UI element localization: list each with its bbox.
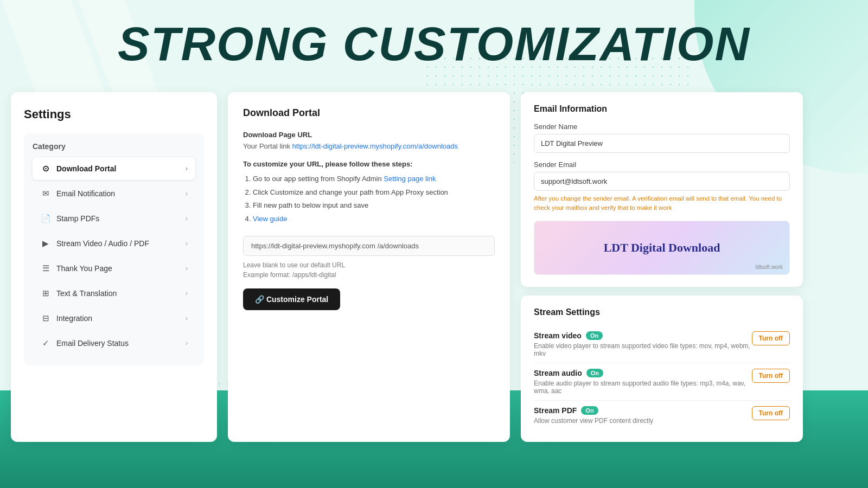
email-notification-icon: ✉ [40, 188, 51, 199]
stream-pdf-item: Stream PDF On Allow customer view PDF co… [534, 401, 790, 430]
chevron-right-icon: › [186, 265, 188, 272]
sender-name-input[interactable] [534, 134, 790, 153]
sidebar-item-stream-video[interactable]: ▶ Stream Video / Audio / PDF › [33, 232, 195, 255]
sidebar-item-label: Email Notification [56, 189, 115, 198]
sender-email-input[interactable] [534, 172, 790, 191]
stream-settings-card: Stream Settings Stream video On Enable v… [521, 296, 803, 442]
setting-page-link[interactable]: Setting page link [384, 175, 436, 183]
chevron-right-icon: › [186, 165, 188, 172]
sidebar-item-integration[interactable]: ⊟ Integration › [33, 307, 195, 330]
sidebar-item-email-notification[interactable]: ✉ Email Notification › [33, 182, 195, 205]
stream-audio-item: Stream audio On Enable audio player to s… [534, 363, 790, 401]
chevron-right-icon: › [186, 190, 188, 197]
url-hint-1: Leave blank to use our default URL [243, 261, 495, 269]
download-portal-panel: Download Portal Download Page URL Your P… [228, 92, 510, 442]
portal-link-anchor[interactable]: https://ldt-digital-preview.myshopify.co… [292, 142, 458, 150]
view-guide-link[interactable]: View guide [253, 215, 287, 223]
text-translation-icon: ⊞ [40, 288, 51, 299]
chevron-right-icon: › [186, 240, 188, 247]
hero-title: STRONG CUSTOMIZATION [0, 16, 868, 72]
email-info-card: Email Information Sender Name Sender Ema… [521, 92, 803, 287]
sender-name-group: Sender Name [534, 123, 790, 153]
sidebar-item-stamp-pdfs[interactable]: 📄 Stamp PDFs › [33, 207, 195, 230]
category-label: Category [33, 142, 195, 151]
settings-panel: Settings Category ⊙ Download Portal › ✉ … [11, 92, 217, 442]
stream-pdf-name: Stream PDF [534, 406, 577, 415]
download-portal-icon: ⊙ [40, 163, 51, 174]
sidebar-item-label: Download Portal [56, 164, 116, 173]
chevron-right-icon: › [186, 339, 188, 347]
step-2: Click Customize and change your path fro… [253, 186, 495, 200]
sender-email-label: Sender Email [534, 160, 790, 169]
email-info-title: Email Information [534, 104, 790, 114]
customize-portal-button[interactable]: 🔗 Customize Portal [243, 288, 340, 310]
sidebar-item-label: Stream Video / Audio / PDF [56, 239, 149, 248]
chevron-right-icon: › [186, 215, 188, 222]
content-title: Download Portal [243, 107, 495, 119]
thank-you-page-icon: ☰ [40, 263, 51, 274]
stream-pdf-turn-off-button[interactable]: Turn off [752, 406, 790, 420]
sidebar-item-label: Text & Translation [56, 289, 117, 298]
sidebar-item-label: Email Delivery Status [56, 339, 129, 348]
settings-title: Settings [24, 107, 204, 121]
sender-email-group: Sender Email After you change the sender… [534, 160, 790, 213]
stream-video-status: On [586, 331, 603, 340]
chevron-right-icon: › [186, 314, 188, 322]
main-layout: Settings Category ⊙ Download Portal › ✉ … [11, 92, 857, 442]
portal-link-text: Your Portal link https://ldt-digital-pre… [243, 142, 495, 150]
step-1: Go to our app setting from Shopify Admin… [253, 172, 495, 186]
email-banner-text: LDT Digital Download [604, 241, 720, 255]
stream-pdf-status: On [581, 406, 598, 415]
sidebar-item-label: Thank You Page [56, 264, 112, 273]
steps-list: Go to our app setting from Shopify Admin… [243, 172, 495, 226]
sidebar-item-email-delivery-status[interactable]: ✓ Email Delivery Status › [33, 332, 195, 355]
stream-audio-status: On [586, 369, 603, 377]
sidebar-item-text-translation[interactable]: ⊞ Text & Translation › [33, 282, 195, 305]
sidebar-item-thank-you-page[interactable]: ☰ Thank You Page › [33, 257, 195, 280]
url-input[interactable]: https://ldt-digital-preview.myshopify.co… [243, 236, 495, 256]
url-hint-2: Example format: /apps/ldt-digital [243, 271, 495, 279]
right-panels: Email Information Sender Name Sender Ema… [521, 92, 803, 442]
stamp-pdfs-icon: 📄 [40, 213, 51, 224]
url-section-heading: Download Page URL [243, 131, 495, 139]
sidebar-item-download-portal[interactable]: ⊙ Download Portal › [33, 157, 195, 180]
stream-audio-turn-off-button[interactable]: Turn off [752, 369, 790, 383]
stream-audio-name: Stream audio [534, 369, 582, 377]
stream-video-name: Stream video [534, 331, 582, 340]
sender-name-label: Sender Name [534, 123, 790, 131]
email-banner-sub: ldtsoft.work [755, 264, 783, 270]
step-3: Fill new path to below input and save [253, 199, 495, 213]
chevron-right-icon: › [186, 290, 188, 297]
stream-settings-title: Stream Settings [534, 307, 790, 317]
email-banner: LDT Digital Download ldtsoft.work [534, 221, 790, 275]
customize-steps-heading: To customize your URL, please follow the… [243, 160, 495, 168]
stream-pdf-desc: Allow customer view PDF content directly [534, 417, 653, 425]
sidebar-item-label: Stamp PDFs [56, 214, 99, 223]
stream-video-turn-off-button[interactable]: Turn off [752, 331, 790, 345]
category-box: Category ⊙ Download Portal › ✉ Email Not… [24, 133, 204, 365]
integration-icon: ⊟ [40, 313, 51, 324]
sidebar-item-label: Integration [56, 314, 92, 323]
stream-video-item: Stream video On Enable video player to s… [534, 326, 790, 363]
stream-audio-desc: Enable audio player to stream supported … [534, 380, 752, 395]
sender-email-hint: After you change the sender email. A ver… [534, 194, 790, 213]
step-4: View guide [253, 213, 495, 226]
stream-video-icon: ▶ [40, 238, 51, 249]
stream-video-desc: Enable video player to stream supported … [534, 342, 752, 357]
email-delivery-status-icon: ✓ [40, 338, 51, 349]
